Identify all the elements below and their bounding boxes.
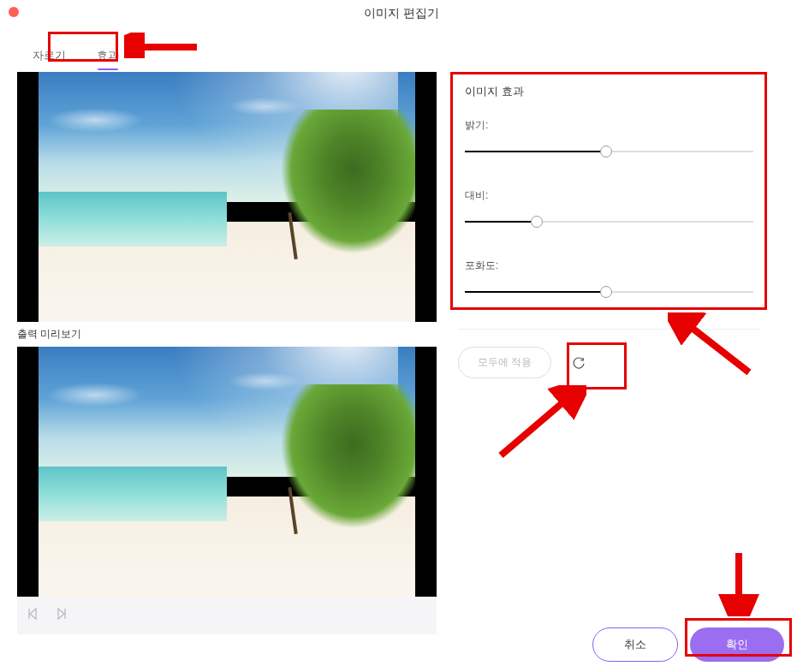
footer-buttons: 취소 확인 xyxy=(592,627,784,662)
preview-output xyxy=(17,347,437,597)
brightness-slider[interactable] xyxy=(465,145,753,158)
slider-contrast: 대비: xyxy=(465,188,753,229)
window-title: 이미지 편집기 xyxy=(0,0,803,21)
preview-original xyxy=(17,72,437,322)
slider-contrast-label: 대비: xyxy=(465,188,753,203)
reset-icon xyxy=(571,355,586,371)
next-frame-icon[interactable] xyxy=(55,607,68,624)
slider-saturation: 포화도: xyxy=(465,259,753,299)
apply-all-button[interactable]: 모두에 적용 xyxy=(458,347,551,378)
saturation-slider[interactable] xyxy=(465,285,753,299)
slider-brightness-label: 밝기: xyxy=(465,118,753,133)
output-preview-label: 출력 미리보기 xyxy=(17,322,437,347)
divider xyxy=(458,329,760,330)
effects-panel: 이미지 효과 밝기: 대비: xyxy=(458,84,760,299)
contrast-slider[interactable] xyxy=(465,215,753,229)
tab-bar: 자르기 효과 xyxy=(0,43,803,72)
slider-saturation-label: 포화도: xyxy=(465,259,753,273)
ok-button[interactable]: 확인 xyxy=(690,627,784,662)
panel-title: 이미지 효과 xyxy=(465,84,753,99)
reset-button[interactable] xyxy=(563,348,594,378)
window-close-dot[interactable] xyxy=(9,7,19,17)
cancel-button[interactable]: 취소 xyxy=(592,627,678,662)
prev-frame-icon[interactable] xyxy=(26,607,39,624)
nav-controls xyxy=(17,597,437,634)
slider-brightness: 밝기: xyxy=(465,118,753,158)
tab-effects[interactable]: 효과 xyxy=(81,43,134,72)
tab-crop[interactable]: 자르기 xyxy=(17,43,81,72)
action-row: 모두에 적용 xyxy=(458,347,760,378)
